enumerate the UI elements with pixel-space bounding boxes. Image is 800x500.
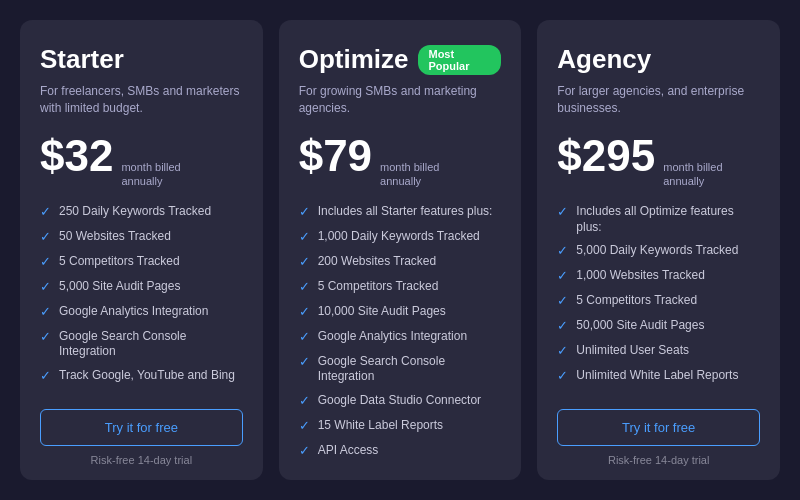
- feature-text: 5,000 Daily Keywords Tracked: [576, 243, 738, 259]
- list-item: ✓50,000 Site Audit Pages: [557, 318, 760, 335]
- agency-cta-button[interactable]: Try it for free: [557, 409, 760, 446]
- list-item: ✓200 Websites Tracked: [299, 254, 502, 271]
- feature-text: Google Data Studio Connector: [318, 393, 481, 409]
- optimize-title-row: OptimizeMost Popular: [299, 44, 502, 75]
- optimize-badge: Most Popular: [418, 45, 501, 75]
- list-item: ✓Unlimited User Seats: [557, 343, 760, 360]
- agency-price: $295: [557, 131, 655, 181]
- checkmark-icon: ✓: [40, 229, 51, 246]
- checkmark-icon: ✓: [557, 204, 568, 221]
- starter-price-note: month billed annually: [121, 160, 180, 189]
- list-item: ✓Google Analytics Integration: [299, 329, 502, 346]
- starter-price-row: $32month billed annually: [40, 131, 243, 189]
- list-item: ✓Google Search Console Integration: [40, 329, 243, 360]
- checkmark-icon: ✓: [557, 293, 568, 310]
- list-item: ✓250 Daily Keywords Tracked: [40, 204, 243, 221]
- starter-subtitle: For freelancers, SMBs and marketers with…: [40, 83, 243, 117]
- feature-text: 200 Websites Tracked: [318, 254, 437, 270]
- feature-text: Google Analytics Integration: [59, 304, 208, 320]
- checkmark-icon: ✓: [40, 254, 51, 271]
- agency-subtitle: For larger agencies, and enterprise busi…: [557, 83, 760, 117]
- starter-price: $32: [40, 131, 113, 181]
- agency-price-row: $295month billed annually: [557, 131, 760, 189]
- feature-text: 1,000 Daily Keywords Tracked: [318, 229, 480, 245]
- agency-trial-note: Risk-free 14-day trial: [557, 454, 760, 466]
- feature-text: 5,000 Site Audit Pages: [59, 279, 180, 295]
- feature-text: 5 Competitors Tracked: [576, 293, 697, 309]
- list-item: ✓Google Search Console Integration: [299, 354, 502, 385]
- checkmark-icon: ✓: [40, 329, 51, 346]
- checkmark-icon: ✓: [299, 418, 310, 435]
- list-item: ✓50 Websites Tracked: [40, 229, 243, 246]
- list-item: ✓1,000 Websites Tracked: [557, 268, 760, 285]
- starter-title: Starter: [40, 44, 124, 75]
- feature-text: Unlimited User Seats: [576, 343, 689, 359]
- list-item: ✓Google Data Studio Connector: [299, 393, 502, 410]
- agency-title: Agency: [557, 44, 651, 75]
- list-item: ✓1,000 Daily Keywords Tracked: [299, 229, 502, 246]
- checkmark-icon: ✓: [40, 204, 51, 221]
- checkmark-icon: ✓: [40, 304, 51, 321]
- feature-text: 250 Daily Keywords Tracked: [59, 204, 211, 220]
- starter-cta-button[interactable]: Try it for free: [40, 409, 243, 446]
- starter-trial-note: Risk-free 14-day trial: [40, 454, 243, 466]
- feature-text: 50 Websites Tracked: [59, 229, 171, 245]
- feature-text: Google Search Console Integration: [59, 329, 243, 360]
- list-item: ✓Track Google, YouTube and Bing: [40, 368, 243, 385]
- checkmark-icon: ✓: [557, 368, 568, 385]
- feature-text: 1,000 Websites Tracked: [576, 268, 705, 284]
- checkmark-icon: ✓: [299, 393, 310, 410]
- list-item: ✓5,000 Site Audit Pages: [40, 279, 243, 296]
- feature-text: 5 Competitors Tracked: [318, 279, 439, 295]
- pricing-card-agency: AgencyFor larger agencies, and enterpris…: [537, 20, 780, 480]
- checkmark-icon: ✓: [299, 254, 310, 271]
- list-item: ✓Unlimited White Label Reports: [557, 368, 760, 385]
- feature-text: 5 Competitors Tracked: [59, 254, 180, 270]
- feature-text: API Access: [318, 443, 379, 459]
- checkmark-icon: ✓: [299, 443, 310, 460]
- list-item: ✓Google Analytics Integration: [40, 304, 243, 321]
- agency-feature-list: ✓Includes all Optimize features plus:✓5,…: [557, 204, 760, 393]
- list-item: ✓API Access: [299, 443, 502, 460]
- optimize-price-row: $79month billed annually: [299, 131, 502, 189]
- optimize-price: $79: [299, 131, 372, 181]
- checkmark-icon: ✓: [299, 304, 310, 321]
- checkmark-icon: ✓: [40, 368, 51, 385]
- checkmark-icon: ✓: [557, 318, 568, 335]
- list-item: ✓5,000 Daily Keywords Tracked: [557, 243, 760, 260]
- list-item: ✓Includes all Starter features plus:: [299, 204, 502, 221]
- checkmark-icon: ✓: [557, 268, 568, 285]
- optimize-subtitle: For growing SMBs and marketing agencies.: [299, 83, 502, 117]
- feature-text: Track Google, YouTube and Bing: [59, 368, 235, 384]
- feature-text: 10,000 Site Audit Pages: [318, 304, 446, 320]
- optimize-feature-list: ✓Includes all Starter features plus:✓1,0…: [299, 204, 502, 467]
- agency-price-note: month billed annually: [663, 160, 722, 189]
- agency-title-row: Agency: [557, 44, 760, 75]
- checkmark-icon: ✓: [557, 243, 568, 260]
- list-item: ✓Includes all Optimize features plus:: [557, 204, 760, 235]
- pricing-card-optimize: OptimizeMost PopularFor growing SMBs and…: [279, 20, 522, 480]
- feature-text: Includes all Optimize features plus:: [576, 204, 760, 235]
- pricing-card-starter: StarterFor freelancers, SMBs and markete…: [20, 20, 263, 480]
- checkmark-icon: ✓: [557, 343, 568, 360]
- checkmark-icon: ✓: [40, 279, 51, 296]
- list-item: ✓5 Competitors Tracked: [557, 293, 760, 310]
- checkmark-icon: ✓: [299, 279, 310, 296]
- optimize-title: Optimize: [299, 44, 409, 75]
- feature-text: Google Analytics Integration: [318, 329, 467, 345]
- optimize-price-note: month billed annually: [380, 160, 439, 189]
- starter-feature-list: ✓250 Daily Keywords Tracked✓50 Websites …: [40, 204, 243, 393]
- list-item: ✓5 Competitors Tracked: [299, 279, 502, 296]
- starter-title-row: Starter: [40, 44, 243, 75]
- feature-text: Google Search Console Integration: [318, 354, 502, 385]
- list-item: ✓15 White Label Reports: [299, 418, 502, 435]
- checkmark-icon: ✓: [299, 229, 310, 246]
- feature-text: Includes all Starter features plus:: [318, 204, 493, 220]
- checkmark-icon: ✓: [299, 354, 310, 371]
- feature-text: 15 White Label Reports: [318, 418, 443, 434]
- feature-text: Unlimited White Label Reports: [576, 368, 738, 384]
- pricing-container: StarterFor freelancers, SMBs and markete…: [0, 0, 800, 500]
- list-item: ✓5 Competitors Tracked: [40, 254, 243, 271]
- checkmark-icon: ✓: [299, 204, 310, 221]
- checkmark-icon: ✓: [299, 329, 310, 346]
